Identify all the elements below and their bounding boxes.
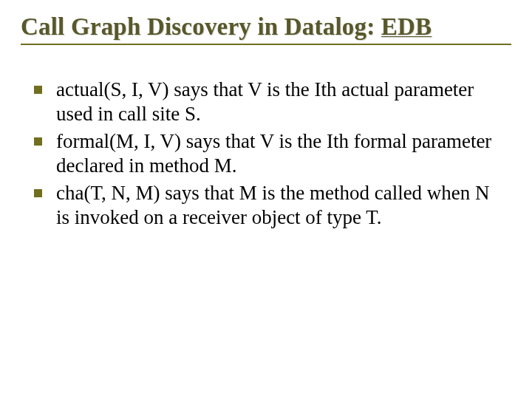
list-item: cha(T, N, M) says that M is the method c… — [27, 181, 505, 230]
title-underline-wrap: Call Graph Discovery in Datalog: EDB — [21, 13, 511, 45]
predicate-name: formal — [56, 130, 109, 152]
title-underlined: EDB — [381, 13, 432, 40]
page-title: Call Graph Discovery in Datalog: EDB — [21, 13, 511, 41]
slide: Call Graph Discovery in Datalog: EDB act… — [0, 0, 532, 399]
list-item: actual(S, I, V) says that V is the Ith a… — [27, 78, 505, 126]
predicate-desc: (M, I, V) says that V is the Ith formal … — [56, 130, 491, 177]
list-item: formal(M, I, V) says that V is the Ith f… — [27, 129, 505, 178]
title-text: Call Graph Discovery in Datalog: — [21, 13, 381, 40]
predicate-name: actual — [56, 78, 103, 100]
predicate-name: cha — [56, 182, 83, 204]
predicate-desc: (S, I, V) says that V is the Ith actual … — [56, 78, 474, 125]
bullet-list: actual(S, I, V) says that V is the Ith a… — [21, 78, 511, 230]
predicate-desc: (T, N, M) says that M is the method call… — [56, 182, 490, 228]
